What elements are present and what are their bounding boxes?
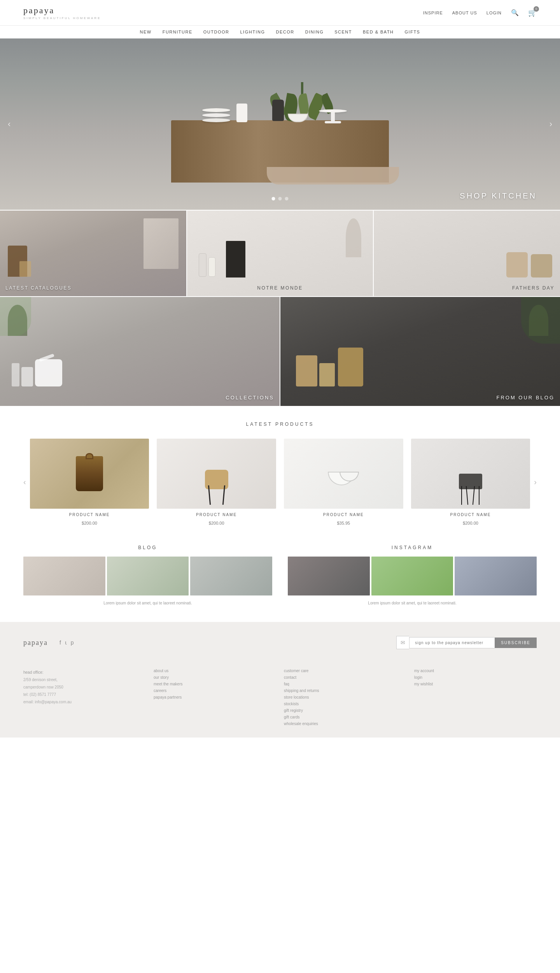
nav-lighting[interactable]: LIGHTING xyxy=(240,30,265,34)
logo-text[interactable]: papaya xyxy=(23,5,101,16)
instagram-img-2[interactable] xyxy=(371,557,453,595)
logo-area: papaya SIMPLY BEAUTIFUL HOMEWARE xyxy=(23,5,101,20)
instagram-icon[interactable]: ɩ xyxy=(65,639,67,646)
nav-decor[interactable]: DECOR xyxy=(276,30,294,34)
product-img-3 xyxy=(284,439,403,509)
products-grid: PRODUCT NAME $200.00 PRODUCT NAME $200.0… xyxy=(30,439,530,525)
hero-cloth xyxy=(267,167,399,184)
product-price-3: $35.95 xyxy=(337,521,350,525)
search-icon[interactable]: 🔍 xyxy=(511,9,519,16)
nav-dining[interactable]: DINING xyxy=(305,30,324,34)
footer-col2: about us our story meet the makers caree… xyxy=(154,669,276,726)
newsletter-icon: ✉ xyxy=(396,636,409,649)
products-prev-arrow[interactable]: ‹ xyxy=(19,478,30,486)
grid-item-notre-monde[interactable]: NOTRE MONDE xyxy=(187,211,373,296)
subscribe-button[interactable]: SUBSCRIBE xyxy=(495,638,537,648)
footer-link-shipping[interactable]: shipping and returns xyxy=(284,688,406,693)
header-right: INSPIRE ABOUT US LOGIN 🔍 🛒 0 xyxy=(423,9,537,17)
footer-link-our-story[interactable]: our story xyxy=(154,675,276,680)
footer: papaya f ɩ p ✉ SUBSCRIBE head office: 2/… xyxy=(0,622,560,738)
footer-link-stores[interactable]: store locations xyxy=(284,695,406,699)
dot-2[interactable] xyxy=(278,197,282,200)
hero-label: SHOP KITCHEN xyxy=(460,191,537,200)
product-name-3: PRODUCT NAME xyxy=(323,513,364,517)
instagram-title: INSTAGRAM xyxy=(288,545,537,550)
footer-link-customer-care[interactable]: customer care xyxy=(284,669,406,673)
hero-bowl xyxy=(288,114,308,122)
grid-item-collections[interactable]: COLLECTIONS xyxy=(0,297,280,406)
footer-link-partners[interactable]: papaya partners xyxy=(154,695,276,699)
grid-item-blog[interactable]: FROM OUR BLOG xyxy=(280,297,560,406)
next-arrow[interactable]: › xyxy=(550,119,552,129)
nav-new[interactable]: NEW xyxy=(140,30,152,34)
nav-gifts[interactable]: GIFTS xyxy=(405,30,420,34)
nav-scent[interactable]: SCENT xyxy=(334,30,352,34)
prev-arrow[interactable]: ‹ xyxy=(8,119,10,129)
footer-link-gift-registry[interactable]: gift registry xyxy=(284,708,406,713)
grid-item-fathers-day[interactable]: FATHERS DAY xyxy=(374,211,560,296)
notre-monde-label: NOTRE MONDE xyxy=(257,285,303,291)
nav-furniture[interactable]: FURNITURE xyxy=(163,30,192,34)
newsletter-input[interactable] xyxy=(409,637,495,648)
blog-img-2[interactable] xyxy=(107,557,189,595)
footer-link-about-us[interactable]: about us xyxy=(154,669,276,673)
blog-section: BLOG Lorem ipsum dolor sit amet, qui te … xyxy=(23,545,272,606)
footer-email: email: info@papaya.com.au xyxy=(23,698,146,706)
latest-products-section: LATEST PRODUCTS ‹ PRODUCT NAME $200.00 xyxy=(0,406,560,541)
product-card-3[interactable]: PRODUCT NAME $35.95 xyxy=(284,439,403,525)
footer-link-faq[interactable]: faq xyxy=(284,682,406,686)
footer-link-careers[interactable]: careers xyxy=(154,688,276,693)
dot-3[interactable] xyxy=(285,197,289,200)
pinterest-icon[interactable]: p xyxy=(71,639,74,646)
instagram-img-1[interactable] xyxy=(288,557,370,595)
nav-bed-bath[interactable]: BED & BATH xyxy=(363,30,394,34)
products-row: ‹ PRODUCT NAME $200.00 xyxy=(19,439,541,525)
hero-cake-stand xyxy=(319,109,347,123)
footer-link-gift-cards[interactable]: gift cards xyxy=(284,715,406,719)
facebook-icon[interactable]: f xyxy=(60,639,61,646)
products-next-arrow[interactable]: › xyxy=(530,478,541,486)
footer-link-my-account[interactable]: my account xyxy=(414,669,537,673)
footer-social: f ɩ p xyxy=(60,639,74,646)
footer-logo[interactable]: papaya xyxy=(23,639,48,647)
nav-login[interactable]: LOGIN xyxy=(486,11,502,15)
nav-inspire[interactable]: INSPIRE xyxy=(423,11,443,15)
product-name-2: PRODUCT NAME xyxy=(196,513,237,517)
header: papaya SIMPLY BEAUTIFUL HOMEWARE INSPIRE… xyxy=(0,0,560,26)
nav-about-us[interactable]: ABOUT US xyxy=(452,11,477,15)
collections-label: COLLECTIONS xyxy=(226,395,274,400)
footer-link-wishlist[interactable]: my wishlist xyxy=(414,682,537,686)
blog-img-3[interactable] xyxy=(190,557,272,595)
product-card-2[interactable]: PRODUCT NAME $200.00 xyxy=(157,439,276,525)
product-name-4: PRODUCT NAME xyxy=(450,513,491,517)
product-name-1: PRODUCT NAME xyxy=(69,513,110,517)
cart-icon-wrap[interactable]: 🛒 0 xyxy=(528,9,537,17)
footer-link-login[interactable]: login xyxy=(414,675,537,680)
grid-item-catalogues[interactable]: LATEST CATALOGUES xyxy=(0,211,186,296)
footer-top: papaya f ɩ p ✉ SUBSCRIBE xyxy=(23,636,537,657)
blog-caption: Lorem ipsum dolor sit amet, qui te laore… xyxy=(23,600,272,606)
latest-products-title: LATEST PRODUCTS xyxy=(19,422,541,427)
cart-badge: 0 xyxy=(534,6,539,12)
product-card-1[interactable]: PRODUCT NAME $200.00 xyxy=(30,439,149,525)
hero-dark-vase xyxy=(272,80,284,121)
product-card-4[interactable]: PRODUCT NAME $200.00 xyxy=(411,439,530,525)
product-price-4: $200.00 xyxy=(463,521,478,525)
footer-link-wholesale[interactable]: wholesale enquiries xyxy=(284,722,406,726)
main-nav: NEW FURNITURE OUTDOOR LIGHTING DECOR DIN… xyxy=(0,26,560,39)
footer-link-meet-makers[interactable]: meet the makers xyxy=(154,682,276,686)
instagram-img-3[interactable] xyxy=(455,557,537,595)
instagram-images xyxy=(288,557,537,595)
product-price-2: $200.00 xyxy=(209,521,224,525)
instagram-caption: Lorem ipsum dolor sit amet, qui te laore… xyxy=(288,600,537,606)
footer-street: 2/59 denison street, xyxy=(23,676,146,683)
blog-img-1[interactable] xyxy=(23,557,105,595)
product-price-1: $200.00 xyxy=(82,521,97,525)
hero-slider: SHOP KITCHEN ‹ › xyxy=(0,39,560,210)
promo-grid-row1: LATEST CATALOGUES NOTRE MONDE FATHERS DA… xyxy=(0,211,560,296)
footer-link-stockists[interactable]: stockists xyxy=(284,702,406,706)
catalogues-label: LATEST CATALOGUES xyxy=(5,285,72,291)
footer-link-contact[interactable]: contact xyxy=(284,675,406,680)
dot-1[interactable] xyxy=(272,197,275,200)
nav-outdoor[interactable]: OUTDOOR xyxy=(203,30,229,34)
